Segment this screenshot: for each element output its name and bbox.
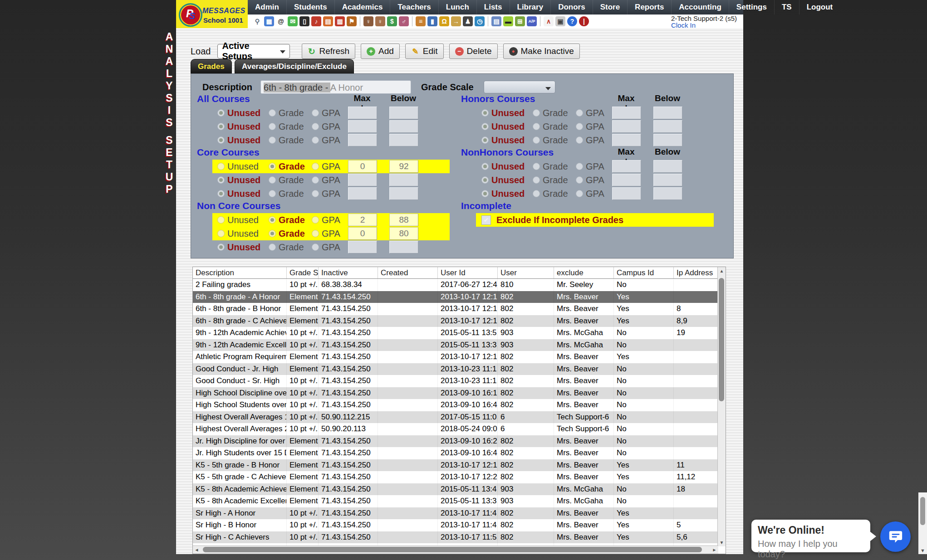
all-courses-row-2-max-input[interactable] bbox=[348, 120, 377, 133]
non-core-courses-row-3-below-input[interactable] bbox=[389, 241, 418, 253]
help-icon[interactable]: ? bbox=[567, 16, 577, 26]
core-courses-row-3-max-input[interactable] bbox=[348, 187, 377, 200]
table-row[interactable]: High School Students over 1...10 pt +/..… bbox=[193, 399, 726, 411]
all-courses-row-3-gpa-radio[interactable] bbox=[312, 136, 319, 144]
core-courses-row-1-unused-radio[interactable] bbox=[217, 163, 225, 170]
table-row[interactable]: Jr. High Students over 15 De...Element..… bbox=[193, 447, 726, 459]
nav-item-ts[interactable]: TS bbox=[774, 0, 799, 15]
core-courses-row-2-max-input[interactable] bbox=[348, 174, 377, 186]
all-courses-row-3-below-input[interactable] bbox=[389, 134, 418, 146]
pdf-icon[interactable]: ∧ bbox=[544, 16, 554, 26]
nonhonors-courses-row-3-gpa-radio[interactable] bbox=[576, 190, 583, 197]
non-core-courses-row-3-max-input[interactable] bbox=[348, 241, 377, 253]
description-input[interactable]: 6th - 8th grade - A Honor bbox=[260, 80, 411, 94]
all-courses-row-2-gpa-radio[interactable] bbox=[312, 123, 319, 130]
column-header-description[interactable]: Description bbox=[193, 267, 287, 278]
all-courses-row-1-gpa-radio[interactable] bbox=[312, 109, 319, 117]
core-courses-row-1-max-input[interactable]: 0 bbox=[348, 160, 377, 173]
nonhonors-courses-row-1-below-input[interactable] bbox=[653, 160, 682, 173]
schedule-icon[interactable]: ▥ bbox=[335, 16, 345, 26]
core-courses-row-1-gpa-radio[interactable] bbox=[312, 163, 319, 170]
core-courses-row-2-unused-radio[interactable] bbox=[217, 176, 225, 184]
clock-in-link[interactable]: Clock In bbox=[671, 22, 737, 29]
core-courses-row-2-below-input[interactable] bbox=[389, 174, 418, 186]
nonhonors-courses-row-2-below-input[interactable] bbox=[653, 174, 682, 186]
nonhonors-courses-row-2-gpa-radio[interactable] bbox=[576, 176, 583, 184]
table-row[interactable]: 2 Failing grades10 pt +/...68.38.38.3420… bbox=[193, 279, 726, 291]
nonhonors-courses-row-1-grade-radio[interactable] bbox=[533, 163, 540, 170]
setups-dropdown[interactable]: Active Setups bbox=[217, 44, 290, 58]
scroll-down-icon[interactable]: ▼ bbox=[718, 539, 726, 546]
honors-courses-row-2-gpa-radio[interactable] bbox=[576, 123, 583, 130]
honors-courses-row-2-below-input[interactable] bbox=[653, 120, 682, 133]
table-row[interactable]: Good Conduct - Jr. HighElement...71.43.1… bbox=[193, 363, 726, 375]
honors-courses-row-1-grade-radio[interactable] bbox=[533, 109, 540, 117]
calendar-icon[interactable]: ▤ bbox=[323, 16, 333, 26]
core-courses-row-3-gpa-radio[interactable] bbox=[312, 190, 319, 197]
nonhonors-courses-row-2-unused-radio[interactable] bbox=[481, 176, 489, 184]
clock-icon[interactable]: ◷ bbox=[475, 16, 485, 26]
column-header-user[interactable]: User bbox=[498, 267, 554, 278]
lunch-icon[interactable]: ≡ bbox=[416, 16, 426, 26]
page-scroll-down-icon[interactable]: ▼ bbox=[918, 548, 927, 553]
page-scroll-thumb[interactable] bbox=[920, 497, 925, 525]
delete-button[interactable]: − Delete bbox=[449, 44, 498, 59]
all-courses-row-2-grade-radio[interactable] bbox=[269, 123, 276, 130]
search-icon[interactable]: ⚲ bbox=[252, 16, 262, 26]
column-header-created[interactable]: Created bbox=[378, 267, 438, 278]
honors-courses-row-1-gpa-radio[interactable] bbox=[576, 109, 583, 117]
student-icon[interactable]: ♀ bbox=[363, 16, 373, 26]
nav-item-teachers[interactable]: Teachers bbox=[390, 0, 438, 15]
table-row[interactable]: 6th - 8th grade - B HonorElement...71.43… bbox=[193, 303, 726, 315]
forms-icon[interactable]: → bbox=[451, 16, 461, 26]
non-core-courses-row-1-max-input[interactable]: 2 bbox=[348, 214, 377, 226]
calendar-grid-icon[interactable]: ▦ bbox=[264, 16, 274, 26]
all-courses-row-3-max-input[interactable] bbox=[348, 134, 377, 146]
family-icon[interactable]: ♂ bbox=[399, 16, 409, 26]
non-core-courses-row-2-gpa-radio[interactable] bbox=[312, 230, 319, 237]
nav-item-store[interactable]: Store bbox=[593, 0, 627, 15]
core-courses-row-2-grade-radio[interactable] bbox=[269, 176, 276, 184]
vertical-scroll-thumb[interactable] bbox=[719, 278, 724, 401]
nav-item-students[interactable]: Students bbox=[286, 0, 334, 15]
non-core-courses-row-1-unused-radio[interactable] bbox=[217, 216, 225, 224]
grade-scale-dropdown[interactable] bbox=[484, 81, 555, 93]
nonhonors-courses-row-3-max-input[interactable] bbox=[612, 187, 641, 200]
core-courses-row-3-below-input[interactable] bbox=[389, 187, 418, 200]
column-header-inactive[interactable]: Inactive bbox=[319, 267, 378, 278]
accounts-payable-icon[interactable]: A/P bbox=[527, 16, 537, 26]
honors-courses-row-1-below-input[interactable] bbox=[653, 107, 682, 119]
exclude-incomplete-checkbox[interactable]: ✔ bbox=[481, 215, 491, 225]
nonhonors-courses-row-2-max-input[interactable] bbox=[612, 174, 641, 186]
power-icon[interactable]: | bbox=[579, 16, 589, 26]
email-icon[interactable]: @ bbox=[276, 16, 286, 26]
all-courses-row-1-grade-radio[interactable] bbox=[269, 109, 276, 117]
nav-item-academics[interactable]: Academics bbox=[334, 0, 390, 15]
bell-icon[interactable]: Ω bbox=[439, 16, 449, 26]
parent-icon[interactable]: ♀ bbox=[375, 16, 385, 26]
honors-courses-row-3-max-input[interactable] bbox=[612, 134, 641, 146]
table-row[interactable]: K5 - 8th Academic Excellenc...Element...… bbox=[193, 495, 726, 507]
broadcast-audio-icon[interactable]: ♪ bbox=[311, 16, 321, 26]
table-row[interactable]: 9th - 12th Academic Achieve...10 pt +/..… bbox=[193, 327, 726, 339]
add-button[interactable]: + Add bbox=[361, 44, 400, 59]
all-courses-row-2-unused-radio[interactable] bbox=[217, 123, 225, 130]
column-header-campus-id[interactable]: Campus Id bbox=[614, 267, 674, 278]
table-row[interactable]: Sr High - A Honor10 pt +/...71.43.154.25… bbox=[193, 507, 726, 520]
nav-item-logout[interactable]: Logout bbox=[799, 0, 840, 15]
mobile-phone-icon[interactable]: ▯ bbox=[299, 16, 309, 26]
table-row[interactable]: High School Discipline over 2...10 pt +/… bbox=[193, 387, 726, 399]
nonhonors-courses-row-3-grade-radio[interactable] bbox=[533, 190, 540, 197]
gradebook-icon[interactable]: ▤ bbox=[491, 16, 501, 26]
honors-courses-row-3-gpa-radio[interactable] bbox=[576, 136, 583, 144]
all-courses-row-3-unused-radio[interactable] bbox=[217, 136, 225, 144]
core-courses-row-1-grade-radio[interactable] bbox=[269, 163, 276, 170]
table-row[interactable]: Sr High - B Honor10 pt +/...71.43.154.25… bbox=[193, 519, 726, 531]
nav-item-lists[interactable]: Lists bbox=[476, 0, 510, 15]
locker-icon[interactable]: ▮ bbox=[427, 16, 437, 26]
page-scrollbar[interactable]: ▼ bbox=[918, 492, 927, 554]
nav-item-lunch[interactable]: Lunch bbox=[438, 0, 476, 15]
table-vertical-scrollbar[interactable]: ▲ ▼ bbox=[717, 267, 726, 546]
honors-courses-row-1-unused-radio[interactable] bbox=[481, 109, 489, 117]
all-courses-row-1-below-input[interactable] bbox=[389, 107, 418, 119]
